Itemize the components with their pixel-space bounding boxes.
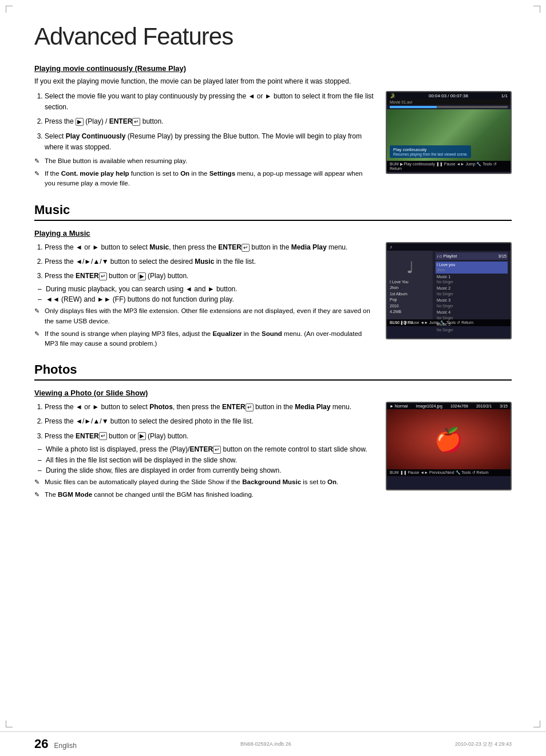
movie-steps-list: Select the movie file you want to play c… — [45, 91, 374, 153]
photos-section: Viewing a Photo (or Slide Show) Press th… — [34, 389, 512, 500]
music-screen-image: ♪ ♩ I Love You Jhon 1st Album Pop 2010 4 — [386, 242, 512, 349]
movie-step-3: Select Play Continuously (Resume Play) b… — [45, 131, 374, 153]
movie-steps-text: Select the movie file you want to play c… — [34, 91, 374, 189]
music-tv-screen: ♪ ♩ I Love You Jhon 1st Album Pop 2010 4 — [386, 242, 512, 339]
movie-overlay-sub: Resumes playing from the last viewed sce… — [393, 152, 468, 156]
music-playlist-artist-1: Jhon — [437, 267, 507, 272]
enter-btn-music-1: ↵ — [242, 244, 250, 252]
photo-date: 2010/2/1 — [476, 404, 492, 408]
music-steps-container: Press the ◄ or ► button to select Music,… — [34, 242, 512, 349]
page-content: Advanced Features Playing movie continuo… — [0, 0, 546, 552]
music-section: Playing a Music Press the ◄ or ► button … — [34, 229, 512, 349]
music-section-title: Playing a Music — [34, 229, 512, 238]
movie-section-title: Playing movie continuously (Resume Play) — [34, 64, 512, 73]
photo-filename: Image1024.jpg — [416, 404, 442, 408]
enter-btn-icon: ↵ — [132, 118, 140, 126]
music-playlist-artist-2: No Singer — [437, 279, 507, 284]
movie-screen-image: 🐊 00:04:03 / 00:07:38 1/1 Movie 01.avi P… — [386, 91, 512, 189]
music-genre: Pop — [390, 297, 430, 303]
corner-mark-br — [533, 721, 540, 727]
enter-btn-photo-1: ↵ — [246, 403, 254, 411]
play-btn-icon: ▶ — [76, 118, 84, 126]
play-btn-photo: ▶ — [138, 432, 146, 440]
photos-header: Photos — [34, 362, 512, 377]
music-playlist-title-1: I Love you — [437, 262, 507, 268]
music-bullets: During music playback, you can search us… — [34, 285, 374, 303]
movie-step-2: Press the ▶ (Play) / ENTER↵ button. — [45, 116, 374, 127]
footer-file: BN68-02592A.indb 26 — [240, 741, 291, 747]
footer-date: 2010-02-23 오전 4:29:43 — [455, 741, 512, 748]
music-playlist-item-5: Music 4 No Singer — [436, 309, 508, 321]
music-playlist-label: ♪♫ Playlist — [437, 254, 457, 259]
photo-mode: ► Normal — [390, 404, 407, 408]
movie-bg: Play continuously Resumes playing from t… — [387, 109, 511, 161]
photo-note-1: Music files can be automatically played … — [34, 477, 374, 487]
music-playlist-count: 3/15 — [498, 254, 507, 259]
movie-note-2: If the Cont. movie play help function is… — [34, 169, 374, 189]
photo-bullet-3: During the slide show, files are display… — [46, 466, 374, 474]
music-playlist-title-2: Music 1 — [437, 274, 507, 280]
photos-bullets: While a photo list is displayed, press t… — [34, 445, 374, 474]
music-playlist-item-4: Music 3 No Singer — [436, 297, 508, 309]
photo-top-bar: ► Normal Image1024.jpg 1024x768 2010/2/1… — [387, 403, 511, 409]
music-steps-list: Press the ◄ or ► button to select Music,… — [45, 242, 374, 282]
movie-tv-screen: 🐊 00:04:03 / 00:07:38 1/1 Movie 01.avi P… — [386, 91, 512, 174]
movie-bottom-bar: BUM ▶ Play continuously ❚❚ Pause ◄► Jump… — [387, 161, 511, 172]
movie-intro: If you exit the playing movie function, … — [34, 77, 512, 85]
movie-overlay-title: Play continuously — [393, 147, 468, 152]
music-note-icon: ♩ — [390, 258, 430, 277]
photos-steps-container: Press the ◄ or ► button to select Photos… — [34, 402, 512, 500]
movie-step-1: Select the movie file you want to play c… — [45, 91, 374, 113]
music-playlist-item-1: I Love you Jhon — [436, 262, 508, 274]
play-btn-music: ▶ — [138, 272, 146, 280]
page-number: 26 — [34, 737, 48, 751]
music-playlist-header: ♪♫ Playlist 3/15 — [436, 252, 508, 260]
music-top-icon: ♪ — [390, 244, 392, 250]
photo-step-2: Press the ◄/►/▲/▼ button to select the d… — [45, 416, 374, 427]
movie-overlay: Play continuously Resumes playing from t… — [390, 145, 471, 158]
music-artist: Jhon — [390, 285, 430, 291]
enter-btn-photo-3: ↵ — [213, 446, 221, 454]
movie-section: Playing movie continuously (Resume Play)… — [34, 64, 512, 189]
music-playlist-artist-6: No Singer — [437, 327, 507, 333]
movie-progress-fill — [390, 106, 437, 108]
photo-tv-screen: ► Normal Image1024.jpg 1024x768 2010/2/1… — [386, 402, 512, 490]
movie-page: 1/1 — [501, 93, 508, 98]
music-steps-text: Press the ◄ or ► button to select Music,… — [34, 242, 374, 349]
photo-apples-icon: 🍎 — [434, 426, 463, 453]
photo-note-2: The BGM Mode cannot be changed until the… — [34, 490, 374, 500]
corner-mark-bl — [6, 721, 13, 727]
music-playlist-item-2: Music 1 No Singer — [436, 274, 508, 286]
music-playlist-title-5: Music 4 — [437, 310, 507, 315]
movie-filename: Movie 01.avi — [387, 100, 511, 105]
photo-step-1: Press the ◄ or ► button to select Photos… — [45, 402, 374, 413]
photos-steps-text: Press the ◄ or ► button to select Photos… — [34, 402, 374, 500]
music-step-3: Press the ENTER↵ button or ▶ (Play) butt… — [45, 271, 374, 282]
music-album: 1st Album — [390, 291, 430, 298]
music-left-panel: ♩ I Love You Jhon 1st Album Pop 2010 4.2… — [387, 251, 433, 319]
enter-btn-music-2: ↵ — [99, 272, 107, 280]
music-song-title: I Love You — [390, 279, 430, 286]
music-playlist-artist-3: No Singer — [437, 291, 507, 296]
page-title: Advanced Features — [34, 23, 512, 50]
music-bullet-1: During music playback, you can search us… — [46, 285, 374, 293]
music-body: ♩ I Love You Jhon 1st Album Pop 2010 4.2… — [387, 251, 511, 319]
movie-steps-container: Select the movie file you want to play c… — [34, 91, 512, 189]
music-section-header: Music — [34, 203, 512, 221]
photos-section-title: Viewing a Photo (or Slide Show) — [34, 389, 512, 397]
photo-page: 3/15 — [500, 404, 508, 408]
page-language: English — [54, 742, 76, 750]
music-top-bar: ♪ — [387, 243, 511, 251]
music-playlist-title-4: Music 3 — [437, 298, 507, 303]
photo-bottom-bar: BUM ❚❚ Pause ◄► Previous/Next 🔧 Tools ↺ … — [387, 469, 511, 476]
music-playlist-artist-4: No Singer — [437, 303, 507, 308]
music-note-2: If the sound is strange when playing MP3… — [34, 329, 374, 349]
music-step-1: Press the ◄ or ► button to select Music,… — [45, 242, 374, 253]
photos-steps-list: Press the ◄ or ► button to select Photos… — [45, 402, 374, 442]
photo-bullet-1: While a photo list is displayed, press t… — [46, 445, 374, 454]
music-step-2: Press the ◄/►/▲/▼ button to select the d… — [45, 256, 374, 267]
music-info: I Love You Jhon 1st Album Pop 2010 4.2MB… — [390, 279, 430, 326]
movie-top-bar: 🐊 00:04:03 / 00:07:38 1/1 — [387, 92, 511, 100]
music-bullet-2: ◄◄ (REW) and ►► (FF) buttons do not func… — [46, 295, 374, 303]
photo-screen-image: ► Normal Image1024.jpg 1024x768 2010/2/1… — [386, 402, 512, 500]
